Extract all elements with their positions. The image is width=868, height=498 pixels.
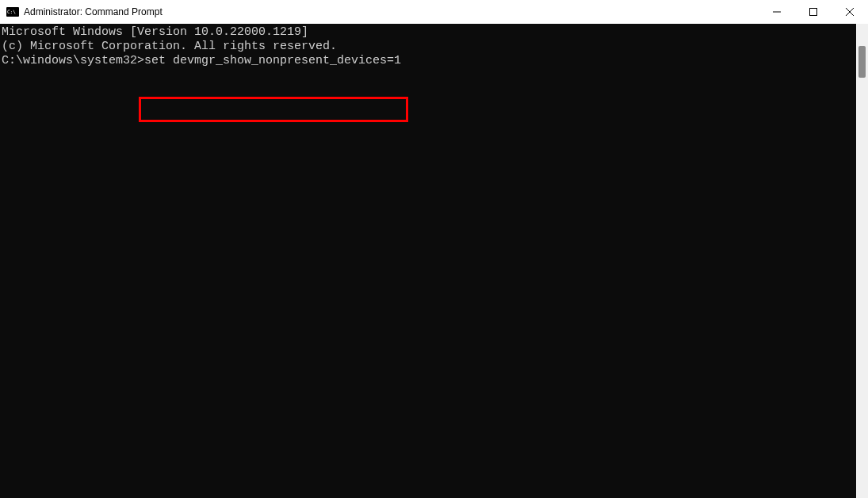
minimize-button[interactable] bbox=[759, 0, 795, 24]
terminal[interactable]: Microsoft Windows [Version 10.0.22000.12… bbox=[0, 24, 856, 498]
terminal-command: set devmgr_show_nonpresent_devices=1 bbox=[144, 54, 401, 67]
close-icon bbox=[846, 8, 854, 16]
terminal-prompt-line: C:\windows\system32>set devmgr_show_nonp… bbox=[2, 54, 856, 68]
window-controls bbox=[759, 0, 868, 24]
minimize-icon bbox=[773, 8, 781, 16]
terminal-line-version: Microsoft Windows [Version 10.0.22000.12… bbox=[2, 25, 856, 40]
vertical-scrollbar[interactable] bbox=[856, 24, 868, 498]
svg-rect-1 bbox=[810, 9, 817, 16]
titlebar[interactable]: Administrator: Command Prompt bbox=[0, 0, 868, 24]
cmd-icon bbox=[6, 6, 19, 18]
highlight-annotation bbox=[139, 97, 408, 122]
terminal-line-copyright: (c) Microsoft Corporation. All rights re… bbox=[2, 40, 856, 54]
window-title: Administrator: Command Prompt bbox=[24, 6, 163, 17]
maximize-icon bbox=[809, 8, 817, 16]
close-button[interactable] bbox=[832, 0, 868, 24]
terminal-prompt: C:\windows\system32> bbox=[2, 54, 144, 67]
terminal-area: Microsoft Windows [Version 10.0.22000.12… bbox=[0, 24, 868, 498]
scrollbar-thumb[interactable] bbox=[858, 46, 866, 78]
maximize-button[interactable] bbox=[795, 0, 832, 24]
command-prompt-window: Administrator: Command Prompt Microsoft … bbox=[0, 0, 868, 498]
